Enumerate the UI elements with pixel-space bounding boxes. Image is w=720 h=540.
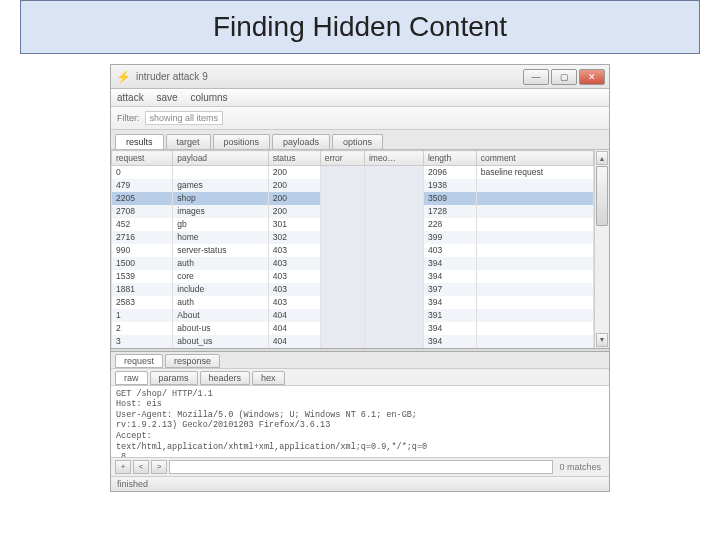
- table-row[interactable]: 2205shop2003509: [112, 192, 594, 205]
- table-cell: auth: [173, 296, 268, 309]
- table-cell: [476, 309, 593, 322]
- table-cell: 1539: [112, 270, 173, 283]
- table-cell: auth: [173, 257, 268, 270]
- search-next-icon[interactable]: >: [151, 460, 167, 474]
- main-tabs: results target positions payloads option…: [111, 130, 609, 150]
- col-comment[interactable]: comment: [476, 151, 593, 166]
- window-controls: — ▢ ✕: [523, 69, 605, 85]
- table-cell: 1500: [112, 257, 173, 270]
- table-cell: [320, 218, 364, 231]
- table-cell: [476, 322, 593, 335]
- table-cell: include: [173, 283, 268, 296]
- table-cell: 1728: [423, 205, 476, 218]
- table-cell: 2583: [112, 296, 173, 309]
- table-cell: 1938: [423, 179, 476, 192]
- table-cell: about-us: [173, 322, 268, 335]
- table-cell: 394: [423, 296, 476, 309]
- table-cell: [173, 166, 268, 179]
- table-cell: [364, 335, 423, 348]
- table-cell: 228: [423, 218, 476, 231]
- http-text[interactable]: GET /shop/ HTTP/1.1 Host: eis User-Agent…: [111, 385, 609, 457]
- table-row[interactable]: 2708images2001728: [112, 205, 594, 218]
- table-cell: [364, 283, 423, 296]
- table-cell: 2716: [112, 231, 173, 244]
- tab-hex[interactable]: hex: [252, 371, 285, 385]
- table-cell: 200: [268, 192, 320, 205]
- table-row[interactable]: 479games2001938: [112, 179, 594, 192]
- col-length[interactable]: length: [423, 151, 476, 166]
- tab-payloads[interactable]: payloads: [272, 134, 330, 149]
- table-row[interactable]: 1500auth403394: [112, 257, 594, 270]
- table-cell: [476, 218, 593, 231]
- search-input[interactable]: [169, 460, 553, 474]
- tab-headers[interactable]: headers: [200, 371, 251, 385]
- table-cell: 1881: [112, 283, 173, 296]
- tab-results[interactable]: results: [115, 134, 164, 149]
- col-imeo[interactable]: imeo…: [364, 151, 423, 166]
- table-cell: 391: [423, 309, 476, 322]
- table-row[interactable]: 1881include403397: [112, 283, 594, 296]
- table-cell: [364, 205, 423, 218]
- col-payload[interactable]: payload: [173, 151, 268, 166]
- table-row[interactable]: 2716home302399: [112, 231, 594, 244]
- tab-options[interactable]: options: [332, 134, 383, 149]
- table-cell: 2708: [112, 205, 173, 218]
- table-row[interactable]: 2583auth403394: [112, 296, 594, 309]
- menu-attack[interactable]: attack: [117, 92, 144, 103]
- scroll-thumb[interactable]: [596, 166, 608, 226]
- table-cell: [476, 283, 593, 296]
- table-row[interactable]: 02002096baseline request: [112, 166, 594, 179]
- table-cell: 3509: [423, 192, 476, 205]
- table-cell: 200: [268, 179, 320, 192]
- app-icon: ⚡: [116, 70, 131, 84]
- scroll-track[interactable]: [595, 166, 609, 332]
- table-cell: [320, 205, 364, 218]
- col-error[interactable]: error: [320, 151, 364, 166]
- filter-value[interactable]: showing all items: [145, 111, 224, 125]
- vertical-scrollbar[interactable]: ▲ ▼: [594, 150, 609, 348]
- table-cell: [320, 322, 364, 335]
- table-cell: [320, 257, 364, 270]
- minimize-button[interactable]: —: [523, 69, 549, 85]
- tab-response[interactable]: response: [165, 354, 220, 368]
- table-cell: [364, 244, 423, 257]
- tab-request[interactable]: request: [115, 354, 163, 368]
- search-bar: + < > 0 matches: [111, 457, 609, 476]
- filter-label: Filter:: [117, 113, 140, 123]
- table-row[interactable]: 1539core403394: [112, 270, 594, 283]
- col-request[interactable]: request: [112, 151, 173, 166]
- table-row[interactable]: 1About404391: [112, 309, 594, 322]
- search-plus-icon[interactable]: +: [115, 460, 131, 474]
- table-row[interactable]: 3about_us404394: [112, 335, 594, 348]
- scroll-up-icon[interactable]: ▲: [596, 151, 608, 165]
- table-row[interactable]: 2about-us404394: [112, 322, 594, 335]
- search-prev-icon[interactable]: <: [133, 460, 149, 474]
- table-cell: [320, 335, 364, 348]
- table-cell: games: [173, 179, 268, 192]
- table-cell: [364, 218, 423, 231]
- table-cell: [476, 335, 593, 348]
- table-cell: 1: [112, 309, 173, 322]
- table-cell: 452: [112, 218, 173, 231]
- table-cell: [320, 283, 364, 296]
- table-cell: [476, 244, 593, 257]
- close-button[interactable]: ✕: [579, 69, 605, 85]
- table-cell: [476, 192, 593, 205]
- tab-params[interactable]: params: [150, 371, 198, 385]
- col-status[interactable]: status: [268, 151, 320, 166]
- menu-columns[interactable]: columns: [190, 92, 227, 103]
- table-cell: 2096: [423, 166, 476, 179]
- table-cell: [476, 205, 593, 218]
- app-titlebar: ⚡ intruder attack 9 — ▢ ✕: [111, 65, 609, 89]
- menu-save[interactable]: save: [156, 92, 177, 103]
- tab-raw[interactable]: raw: [115, 371, 148, 385]
- scroll-down-icon[interactable]: ▼: [596, 333, 608, 347]
- table-cell: shop: [173, 192, 268, 205]
- tab-target[interactable]: target: [166, 134, 211, 149]
- tab-positions[interactable]: positions: [213, 134, 271, 149]
- status-bar: finished: [111, 476, 609, 491]
- table-cell: [364, 270, 423, 283]
- maximize-button[interactable]: ▢: [551, 69, 577, 85]
- table-row[interactable]: 452gb301228: [112, 218, 594, 231]
- table-row[interactable]: 990server-status403403: [112, 244, 594, 257]
